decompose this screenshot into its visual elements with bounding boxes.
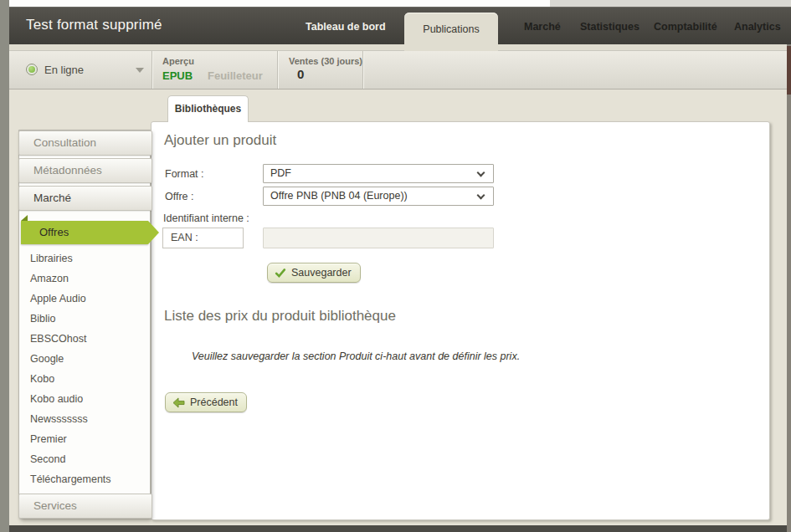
topbar-gap — [9, 44, 787, 50]
offre-select-value: Offre PNB (PNB 04 (Europe)) — [270, 190, 408, 202]
right-edge-accent — [787, 46, 791, 95]
sidebar-item-google[interactable]: Google — [19, 349, 150, 369]
main-content-panel: Ajouter un produit Format : PDF Offre : … — [151, 121, 770, 520]
window-left-edge — [0, 0, 9, 532]
window-top-edge — [9, 0, 791, 7]
format-label: Format : — [165, 168, 204, 180]
save-button-label: Sauvegarder — [291, 267, 352, 279]
status-bar: En ligne Aperçu EPUB Feuilleteur Ventes … — [9, 50, 787, 90]
chevron-down-icon — [136, 68, 144, 73]
window-top-edge-right — [550, 0, 791, 7]
identifiant-interne-label: Identifiant interne : — [163, 212, 249, 224]
chevron-down-icon — [477, 192, 485, 200]
window-right-edge — [787, 44, 791, 532]
sidebar-item-ebscohost[interactable]: EBSCOhost — [19, 329, 150, 349]
offre-select[interactable]: Offre PNB (PNB 04 (Europe)) — [263, 187, 494, 206]
tab-bibliotheques[interactable]: Bibliothèques — [167, 95, 249, 122]
chevron-down-icon — [477, 169, 485, 177]
format-select-value: PDF — [270, 167, 291, 179]
nav-item-statistiques[interactable]: Statistiques — [580, 21, 639, 33]
sidebar-section-services[interactable]: Services — [18, 494, 152, 519]
status-online-icon — [26, 64, 38, 75]
previous-button[interactable]: Précédent — [165, 392, 247, 412]
top-navigation-bar: Test format supprimé Tableau de bord Pub… — [9, 7, 791, 44]
sidebar-item-librairies[interactable]: Librairies — [19, 248, 150, 269]
previous-button-label: Précédent — [190, 396, 238, 408]
sidebar-section-consultation[interactable]: Consultation — [18, 130, 152, 156]
offre-label: Offre : — [165, 191, 194, 202]
sidebar-item-kobo[interactable]: Kobo — [19, 369, 150, 389]
sidebar-item-premier[interactable]: Premier — [19, 429, 150, 449]
section-title-price-list: Liste des prix du produit bibliothèque — [164, 308, 396, 325]
sidebar-item-biblio[interactable]: Biblio — [19, 309, 150, 329]
sidebar-section-metadonnees[interactable]: Métadonnées — [18, 158, 152, 183]
sidebar-item-kobo-audio[interactable]: Kobo audio — [19, 389, 150, 409]
ventes-label: Ventes (30 jours) — [289, 56, 362, 66]
nav-item-comptabilite[interactable]: Comptabilité — [654, 21, 717, 33]
sidebar-item-offres-active[interactable]: Offres — [21, 221, 148, 244]
nav-tab-publications[interactable]: Publications — [404, 13, 498, 51]
apercu-epub-link[interactable]: EPUB — [162, 69, 193, 82]
page-title: Test format supprimé — [26, 17, 162, 33]
apercu-label: Aperçu — [162, 56, 194, 66]
sidebar: Consultation Métadonnées Marché Offres L… — [18, 130, 151, 519]
save-button[interactable]: Sauvegarder — [267, 263, 361, 283]
ean-input[interactable] — [263, 228, 494, 248]
ventes-value: 0 — [297, 67, 304, 81]
online-status-label: En ligne — [44, 64, 84, 76]
online-status-dropdown[interactable]: En ligne — [9, 51, 152, 89]
sidebar-item-apple-audio[interactable]: Apple Audio — [19, 289, 150, 309]
sidebar-item-telechargements[interactable]: Téléchargements — [19, 469, 150, 489]
window-bottom-edge — [9, 525, 791, 532]
arrow-left-icon — [172, 397, 185, 408]
section-title-add-product: Ajouter un produit — [164, 132, 276, 149]
sidebar-item-second[interactable]: Second — [19, 449, 150, 469]
sidebar-item-amazon[interactable]: Amazon — [19, 269, 150, 289]
divider — [152, 51, 152, 89]
format-select[interactable]: PDF — [263, 164, 494, 183]
save-first-notice: Veuillez sauvegarder la section Produit … — [192, 350, 520, 362]
nav-item-tableau-de-bord[interactable]: Tableau de bord — [306, 21, 386, 33]
nav-item-analytics[interactable]: Analytics — [734, 21, 781, 33]
divider — [277, 51, 278, 89]
divider — [362, 51, 363, 89]
nav-item-marche[interactable]: Marché — [524, 21, 561, 33]
marche-item-list: Librairies Amazon Apple Audio Biblio EBS… — [19, 248, 150, 489]
apercu-feuilleteur-link[interactable]: Feuilleteur — [208, 69, 263, 82]
sidebar-item-newsssssss[interactable]: Newsssssss — [19, 409, 150, 429]
check-icon — [275, 268, 286, 279]
sidebar-section-marche[interactable]: Marché — [18, 186, 152, 211]
ean-label: EAN : — [162, 228, 244, 248]
